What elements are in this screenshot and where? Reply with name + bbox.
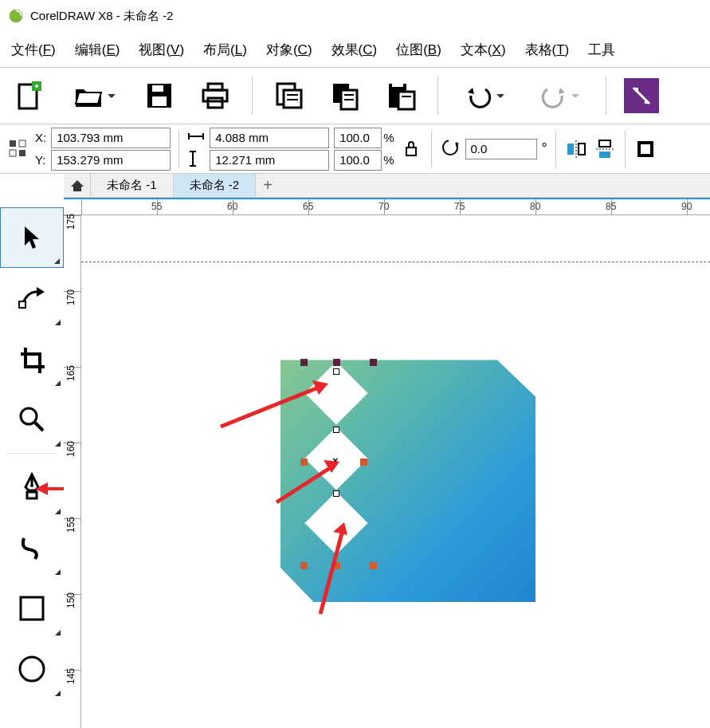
svg-rect-23 [10, 150, 16, 156]
degree-icon: ° [542, 140, 547, 157]
width-input[interactable] [210, 128, 329, 148]
guideline[interactable] [81, 262, 710, 262]
freehand-tool[interactable] [0, 517, 64, 578]
x-position-input[interactable] [51, 128, 171, 148]
menu-text[interactable]: 文本(X) [461, 41, 506, 59]
publish-button[interactable] [624, 78, 659, 113]
selection-handle[interactable] [360, 458, 367, 466]
chevron-down-icon [571, 94, 579, 98]
property-bar: X: Y: % % ° [0, 124, 710, 174]
svg-point-38 [30, 484, 33, 487]
copy-button[interactable] [326, 77, 364, 115]
origin-grid-icon[interactable] [6, 137, 30, 161]
tab-add-button[interactable]: + [256, 174, 280, 197]
menu-layout[interactable]: 布局(L) [203, 41, 247, 59]
svg-rect-28 [579, 144, 585, 155]
rectangle-tool[interactable] [0, 578, 64, 639]
ellipse-tool[interactable] [0, 639, 64, 699]
vertical-ruler[interactable]: 175 170 165 160 155 150 145 [64, 215, 81, 728]
node-handle[interactable] [333, 427, 339, 433]
menu-tools[interactable]: 工具 [588, 41, 615, 59]
svg-point-36 [21, 408, 37, 424]
svg-rect-34 [641, 144, 650, 154]
svg-rect-40 [21, 597, 43, 620]
y-position-input[interactable] [51, 150, 171, 171]
tab-doc-1[interactable]: 未命名 -1 [91, 174, 174, 197]
open-button[interactable] [65, 81, 123, 110]
scale-y-input[interactable] [334, 150, 382, 171]
paste-button[interactable] [382, 77, 420, 115]
height-icon [187, 150, 205, 170]
menu-edit[interactable]: 编辑(E) [75, 41, 120, 59]
pick-tool[interactable] [0, 207, 64, 268]
menu-object[interactable]: 对象(C) [266, 41, 312, 59]
titlebar: CorelDRAW X8 - 未命名 -2 [0, 0, 710, 32]
percent-label: % [383, 153, 394, 167]
new-doc-button[interactable] [10, 77, 48, 115]
svg-rect-27 [567, 144, 574, 155]
workspace: 未命名 -1 未命名 -2 + [0, 174, 710, 728]
x-label: X: [35, 131, 46, 144]
cut-button[interactable] [270, 77, 308, 115]
canvas[interactable]: × [81, 215, 710, 728]
lock-ratio-button[interactable] [399, 137, 423, 161]
more-options-button[interactable] [634, 137, 657, 161]
svg-rect-30 [599, 140, 610, 147]
shape-tool[interactable] [0, 268, 64, 329]
center-marker: × [332, 455, 339, 466]
selection-handle[interactable] [333, 359, 340, 366]
print-button[interactable] [196, 77, 234, 115]
chevron-down-icon [108, 94, 116, 98]
svg-rect-19 [398, 92, 414, 109]
menu-file[interactable]: 文件(F) [11, 41, 56, 59]
mirror-h-button[interactable] [564, 137, 588, 161]
app-title: CorelDRAW X8 - 未命名 -2 [30, 9, 173, 24]
svg-point-41 [20, 657, 44, 681]
svg-rect-31 [599, 152, 610, 158]
height-input[interactable] [210, 150, 329, 171]
svg-rect-39 [27, 492, 37, 498]
svg-rect-21 [10, 140, 16, 147]
save-button[interactable] [140, 77, 178, 115]
pen-tool[interactable] [0, 457, 64, 517]
menu-table[interactable]: 表格(T) [525, 41, 570, 59]
mirror-v-button[interactable] [593, 137, 617, 161]
main-toolbar [0, 67, 710, 124]
toolbox [0, 207, 64, 699]
selection-handle[interactable] [300, 562, 308, 569]
selection-handle[interactable] [370, 359, 377, 366]
node-handle[interactable] [333, 490, 339, 497]
menubar: 文件(F) 编辑(E) 视图(V) 布局(L) 对象(C) 效果(C) 位图(B… [0, 32, 710, 67]
zoom-tool[interactable] [0, 389, 64, 450]
tab-doc-2[interactable]: 未命名 -2 [174, 174, 257, 197]
undo-button[interactable] [456, 81, 513, 110]
scale-x-input[interactable] [334, 128, 382, 148]
percent-label: % [383, 131, 394, 144]
width-icon [187, 131, 205, 144]
svg-rect-25 [406, 148, 416, 155]
node-handle[interactable] [333, 368, 339, 375]
horizontal-ruler[interactable]: 55 60 65 70 75 80 85 90 [64, 198, 710, 215]
selection-handle[interactable] [370, 562, 377, 569]
svg-rect-22 [19, 140, 25, 147]
menu-effects[interactable]: 效果(C) [331, 41, 378, 59]
chevron-down-icon [496, 94, 504, 98]
crop-tool[interactable] [0, 329, 64, 389]
menu-view[interactable]: 视图(V) [139, 41, 184, 59]
selected-artwork[interactable]: × [280, 339, 535, 602]
selection-handle[interactable] [300, 359, 308, 366]
svg-rect-35 [19, 301, 25, 308]
redo-button[interactable] [531, 81, 588, 110]
svg-rect-24 [19, 150, 25, 156]
svg-point-26 [443, 140, 457, 155]
rotate-icon [440, 137, 461, 160]
tab-home-button[interactable] [64, 174, 91, 197]
selection-handle[interactable] [333, 562, 340, 569]
menu-bitmap[interactable]: 位图(B) [396, 41, 441, 59]
svg-line-37 [35, 423, 43, 431]
svg-rect-4 [152, 85, 163, 92]
rotation-input[interactable] [465, 139, 537, 159]
selection-handle[interactable] [300, 458, 308, 466]
app-logo-icon [8, 8, 24, 24]
y-label: Y: [35, 153, 46, 167]
